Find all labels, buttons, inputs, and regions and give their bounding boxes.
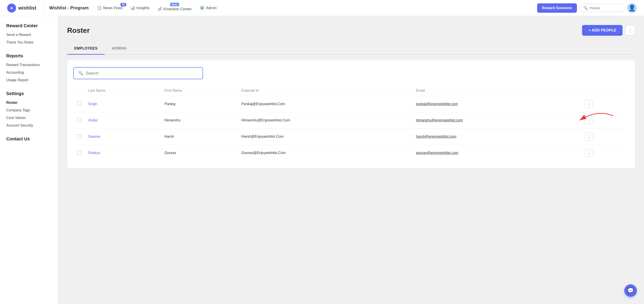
row-last-name: Shakya (84, 145, 161, 161)
insights-icon: 📊 (130, 5, 135, 10)
col-last-name: Last Name (84, 86, 161, 96)
email-link[interactable]: pankaj@enjoywishlist.com (416, 102, 458, 106)
page-header: Roster + ADD PEOPLE ⋮ (67, 25, 635, 36)
kinection-link[interactable]: 🔗 Kinection Center Beta (154, 5, 195, 13)
table-row: Shakya Gourav Gourav@Enjoywishlist.Com g… (73, 145, 629, 161)
sidebar-item-reward-transactions[interactable]: Reward Transactions (6, 61, 52, 69)
top-navigation: ● wishlist Wishlist - Program 📋 News Fee… (0, 0, 644, 16)
last-name-link[interactable]: Saxena (88, 135, 100, 138)
user-avatar[interactable]: 👤 (627, 3, 637, 13)
insights-link[interactable]: 📊 Insights (127, 4, 153, 12)
row-checkbox[interactable] (77, 118, 81, 122)
app-layout: Reward Center Send a Reward Thank You No… (0, 16, 644, 304)
add-people-button[interactable]: + ADD PEOPLE (582, 25, 622, 36)
last-name-link[interactable]: Jindal (88, 118, 98, 122)
row-more-cell: ⋮ (582, 129, 629, 145)
last-name-link[interactable]: Singh (88, 102, 97, 106)
tab-employees[interactable]: EMPLOYEES (67, 43, 105, 55)
last-name-link[interactable]: Shakya (88, 151, 100, 155)
sidebar-heading-settings: Settings (6, 91, 52, 96)
row-email: harsh@enjoywishlist.com (412, 129, 582, 145)
nav-links: 📋 News Feed 56 📊 Insights 🔗 Kinection Ce… (94, 3, 537, 13)
row-external-id: Gourav@Enjoywishlist.Com (238, 145, 412, 161)
admin-link[interactable]: ⚙️ Admin (196, 4, 220, 12)
chat-fab-button[interactable]: 💬 (624, 284, 637, 297)
row-more-cell: ⋮ (582, 112, 629, 129)
row-more-button[interactable]: ⋮ (585, 149, 593, 157)
nav-item-insights[interactable]: 📊 Insights (127, 4, 153, 12)
nav-item-kinection[interactable]: 🔗 Kinection Center Beta (154, 5, 195, 13)
row-more-icon: ⋮ (587, 102, 591, 106)
sidebar-item-company-tags[interactable]: Company Tags (6, 107, 52, 114)
sidebar-section-settings: Settings Roster Company Tags Core Values… (6, 91, 52, 129)
sidebar-item-roster[interactable]: Roster (6, 99, 52, 107)
vertical-dots-icon: ⋮ (628, 28, 632, 33)
sidebar-item-thank-you-notes[interactable]: Thank You Notes (6, 39, 52, 46)
table-row: Singh Pankaj Pankaj@Enjoywishlist.Com pa… (73, 96, 629, 112)
row-checkbox-cell (73, 129, 84, 145)
row-checkbox-cell (73, 145, 84, 161)
nav-item-admin[interactable]: ⚙️ Admin (196, 4, 220, 12)
sidebar-item-accounting[interactable]: Accounting (6, 69, 52, 76)
row-checkbox[interactable] (77, 102, 81, 106)
tab-admins[interactable]: ADMINS (105, 43, 134, 55)
table-row: Saxena Harsh Harsh@Enjoywishlist.Com har… (73, 129, 629, 145)
app-title: Wishlist - Program (49, 5, 89, 10)
col-external-id: External Id (238, 86, 412, 96)
newsfeed-badge: 56 (120, 3, 126, 6)
sidebar-item-account-security[interactable]: Account Security (6, 122, 52, 129)
sidebar: Reward Center Send a Reward Thank You No… (0, 16, 58, 304)
people-search-input[interactable] (590, 6, 620, 10)
sidebar-section-contact: Contact Us (6, 136, 52, 142)
sidebar-section-reports: Reports Reward Transactions Accounting U… (6, 53, 52, 84)
row-external-id: Himanshu@Enjoywishlist.Com (238, 112, 412, 129)
email-link[interactable]: gourav@enjoywishlist.com (416, 151, 458, 155)
people-search-box[interactable]: 🔍 (580, 4, 624, 12)
sidebar-heading-contact: Contact Us (6, 136, 52, 142)
row-last-name: Jindal (84, 112, 161, 129)
nav-item-newsfeed[interactable]: 📋 News Feed 56 (94, 4, 126, 12)
email-link[interactable]: harsh@enjoywishlist.com (416, 135, 456, 138)
roster-table-card: 🔍 Last Name First Name External Id Email (67, 60, 635, 168)
newsfeed-label: News Feed (103, 6, 122, 10)
logo-icon: ● (7, 3, 16, 12)
roster-table: Last Name First Name External Id Email S… (73, 86, 629, 161)
row-more-cell: ⋮ (582, 145, 629, 161)
row-checkbox[interactable] (77, 134, 81, 138)
roster-search-input[interactable] (86, 71, 198, 76)
row-external-id: Pankaj@Enjoywishlist.Com (238, 96, 412, 112)
kinection-label: Kinection Center (164, 7, 192, 11)
row-more-button[interactable]: ⋮ (585, 133, 593, 141)
row-first-name: Himanshu (161, 112, 238, 129)
sidebar-item-usage-report[interactable]: Usage Report (6, 76, 52, 84)
row-more-icon: ⋮ (587, 135, 591, 139)
row-last-name: Singh (84, 96, 161, 112)
row-more-button[interactable]: ⋮ (585, 100, 593, 108)
page-title: Roster (67, 26, 90, 35)
row-email: himanshu@enjoywishlist.com (412, 112, 582, 129)
row-external-id: Harsh@Enjoywishlist.Com (238, 129, 412, 145)
chat-icon: 💬 (627, 288, 634, 294)
nav-right: Reward Someone 🔍 👤 (537, 3, 637, 13)
row-checkbox-cell (73, 96, 84, 112)
col-first-name: First Name (161, 86, 238, 96)
header-actions: + ADD PEOPLE ⋮ (582, 25, 635, 36)
page-more-options-button[interactable]: ⋮ (625, 25, 635, 35)
row-more-icon: ⋮ (587, 151, 591, 155)
logo[interactable]: ● wishlist (7, 3, 36, 12)
row-email: pankaj@enjoywishlist.com (412, 96, 582, 112)
roster-search-icon: 🔍 (78, 71, 83, 76)
roster-search-box[interactable]: 🔍 (73, 67, 203, 79)
email-link[interactable]: himanshu@enjoywishlist.com (416, 118, 463, 122)
newsfeed-link[interactable]: 📋 News Feed 56 (94, 4, 126, 12)
newsfeed-icon: 📋 (97, 5, 102, 10)
admin-icon: ⚙️ (200, 5, 204, 10)
row-last-name: Saxena (84, 129, 161, 145)
sidebar-section-reward-center: Reward Center Send a Reward Thank You No… (6, 23, 52, 46)
row-more-cell: ⋮ (582, 96, 629, 112)
sidebar-item-core-values[interactable]: Core Values (6, 114, 52, 122)
sidebar-item-send-reward[interactable]: Send a Reward (6, 31, 52, 39)
reward-someone-button[interactable]: Reward Someone (537, 3, 577, 13)
row-checkbox[interactable] (77, 151, 81, 154)
kinection-icon: 🔗 (158, 7, 162, 11)
